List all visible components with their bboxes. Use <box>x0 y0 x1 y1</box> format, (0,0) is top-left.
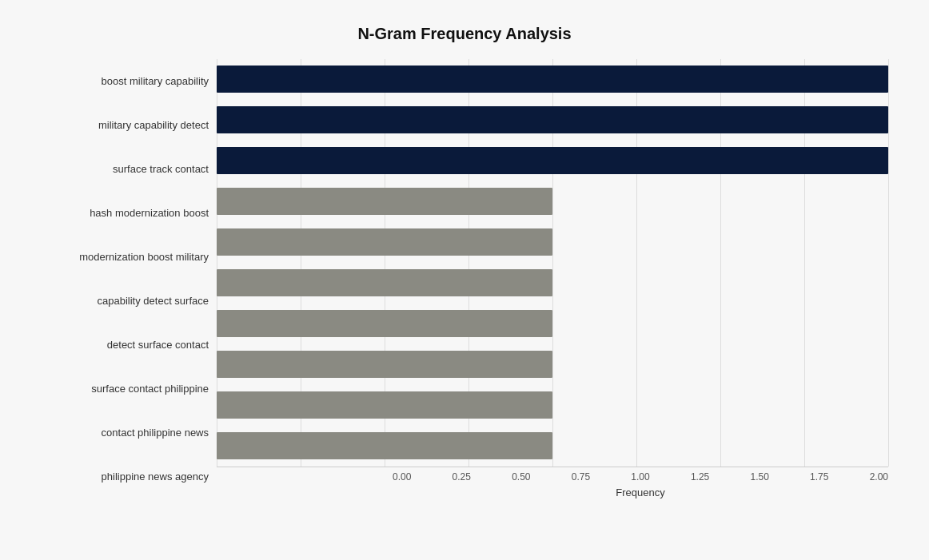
bar <box>217 66 888 93</box>
bar-row <box>217 102 888 138</box>
bar-row <box>217 265 888 301</box>
x-tick: 1.25 <box>691 471 709 483</box>
bar-row <box>217 306 888 342</box>
chart-area: boost military capabilitymilitary capabi… <box>41 59 888 498</box>
bar-row <box>217 184 888 220</box>
bar <box>217 432 552 459</box>
x-tick: 0.75 <box>572 471 590 483</box>
bar-row <box>217 387 888 423</box>
x-axis: 0.000.250.500.751.001.251.501.752.00 <box>393 471 888 483</box>
chart-title: N-Gram Frequency Analysis <box>41 25 888 43</box>
bar <box>217 188 552 215</box>
x-axis-label: Frequency <box>393 487 888 498</box>
y-labels: boost military capabilitymilitary capabi… <box>41 59 217 498</box>
x-tick: 0.25 <box>453 471 471 483</box>
y-label: boost military capability <box>41 59 209 103</box>
bar <box>217 147 888 174</box>
x-tick: 2.00 <box>870 471 888 483</box>
y-label: surface contact philippine <box>41 367 209 411</box>
chart-container: N-Gram Frequency Analysis boost military… <box>25 9 904 552</box>
y-label: contact philippine news <box>41 411 209 455</box>
bar-row <box>217 224 888 260</box>
plot-area <box>217 59 888 467</box>
bar <box>217 269 552 296</box>
bar-row <box>217 428 888 464</box>
bar-row <box>217 62 888 97</box>
y-label: surface track contact <box>41 147 209 191</box>
bar <box>217 310 552 337</box>
bar <box>217 228 552 256</box>
bar <box>217 351 552 378</box>
y-label: military capability detect <box>41 103 209 147</box>
y-label: philippine news agency <box>41 455 209 498</box>
y-label: hash modernization boost <box>41 191 209 235</box>
y-label: detect surface contact <box>41 323 209 367</box>
bar <box>217 106 888 133</box>
x-axis-wrapper: 0.000.250.500.751.001.251.501.752.00 Fre… <box>393 467 888 498</box>
bar <box>217 391 552 419</box>
y-label: capability detect surface <box>41 279 209 323</box>
bar-row <box>217 347 888 383</box>
x-tick: 0.50 <box>512 471 530 483</box>
x-tick: 1.50 <box>750 471 768 483</box>
x-tick: 1.00 <box>631 471 649 483</box>
x-tick: 0.00 <box>393 471 411 483</box>
x-tick: 1.75 <box>810 471 828 483</box>
y-label: modernization boost military <box>41 235 209 279</box>
bar-row <box>217 143 888 179</box>
